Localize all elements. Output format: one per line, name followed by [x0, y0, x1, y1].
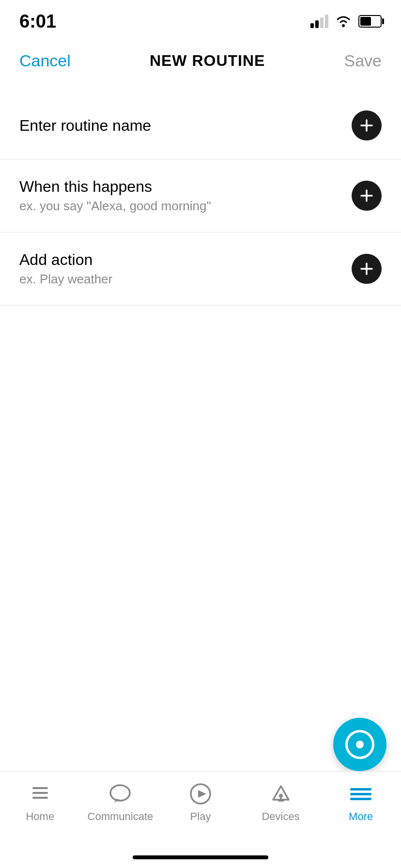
- status-icons: [310, 15, 382, 28]
- alexa-fab-inner: [345, 730, 374, 759]
- plus-icon: [358, 117, 375, 134]
- status-time: 6:01: [19, 11, 56, 32]
- svg-point-13: [279, 794, 283, 798]
- more-lines: [350, 788, 371, 800]
- tab-devices[interactable]: Devices: [241, 781, 321, 823]
- battery-icon: [358, 15, 382, 28]
- when-this-happens-title: When this happens: [19, 178, 352, 196]
- devices-icon: [268, 781, 293, 806]
- add-action-text: Add action ex. Play weather: [19, 251, 352, 287]
- tab-play-label: Play: [190, 810, 211, 823]
- when-this-happens-subtitle: ex. you say "Alexa, good morning": [19, 199, 352, 214]
- status-bar: 6:01: [0, 0, 401, 39]
- add-action-title: Add action: [19, 251, 352, 269]
- alexa-fab-button[interactable]: [333, 718, 386, 771]
- svg-point-10: [110, 785, 130, 801]
- more-icon: [348, 781, 373, 806]
- signal-icon: [310, 15, 328, 28]
- play-icon: [188, 781, 213, 806]
- add-action-button[interactable]: [352, 254, 382, 284]
- svg-marker-12: [198, 790, 206, 798]
- svg-rect-8: [32, 792, 48, 794]
- cancel-button[interactable]: Cancel: [19, 51, 71, 70]
- alexa-dot: [356, 741, 364, 748]
- home-bar: [133, 855, 268, 859]
- plus-icon: [358, 187, 375, 204]
- page-title: NEW ROUTINE: [150, 52, 265, 70]
- save-button[interactable]: Save: [344, 51, 382, 70]
- svg-point-0: [342, 24, 345, 27]
- add-action-row[interactable]: Add action ex. Play weather: [0, 232, 401, 306]
- when-this-happens-text: When this happens ex. you say "Alexa, go…: [19, 178, 352, 214]
- add-action-subtitle: ex. Play weather: [19, 272, 352, 287]
- tab-home-label: Home: [26, 810, 54, 823]
- svg-rect-7: [32, 787, 48, 789]
- tab-communicate-label: Communicate: [88, 810, 154, 823]
- tab-more-label: More: [349, 810, 373, 823]
- nav-header: Cancel NEW ROUTINE Save: [0, 39, 401, 82]
- content-area: Enter routine name When this happens ex.…: [0, 92, 401, 306]
- add-trigger-button[interactable]: [352, 181, 382, 211]
- svg-rect-9: [32, 797, 48, 799]
- tab-play[interactable]: Play: [160, 781, 241, 823]
- tab-communicate[interactable]: Communicate: [80, 781, 161, 823]
- communicate-icon: [108, 781, 133, 806]
- add-routine-name-button[interactable]: [352, 110, 382, 140]
- tab-home[interactable]: Home: [0, 781, 80, 823]
- routine-name-label: Enter routine name: [19, 117, 151, 135]
- home-icon: [28, 781, 53, 806]
- plus-icon: [358, 261, 375, 277]
- routine-name-row[interactable]: Enter routine name: [0, 92, 401, 159]
- tab-more[interactable]: More: [321, 781, 401, 823]
- tab-devices-label: Devices: [262, 810, 299, 823]
- wifi-icon: [335, 15, 352, 28]
- tab-bar: Home Communicate Play: [0, 771, 401, 868]
- when-this-happens-row[interactable]: When this happens ex. you say "Alexa, go…: [0, 159, 401, 232]
